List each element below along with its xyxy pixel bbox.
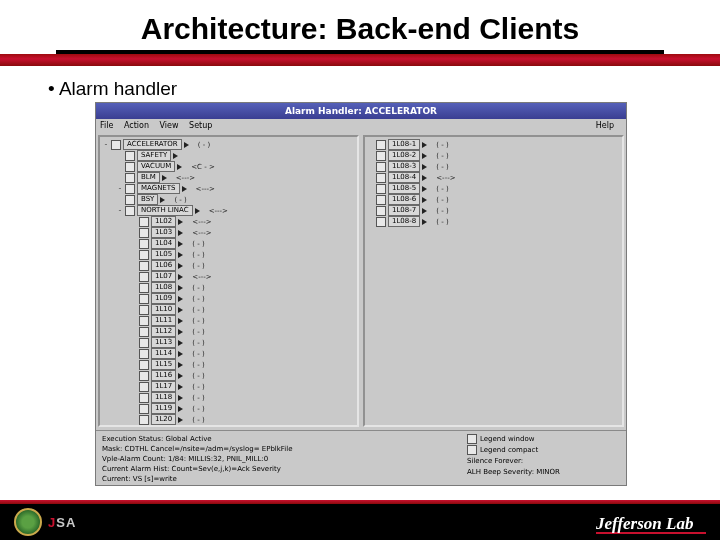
tree-row[interactable]: 1L19( - ) [131, 403, 354, 414]
ack-checkbox[interactable] [139, 393, 149, 403]
node-label[interactable]: 1L14 [151, 348, 176, 359]
tree-row[interactable]: 1L03<---> [131, 227, 354, 238]
tree-row[interactable]: -MAGNETS<---> [117, 183, 354, 194]
ack-checkbox[interactable] [376, 184, 386, 194]
ack-checkbox[interactable] [139, 228, 149, 238]
node-label[interactable]: 1L05 [151, 249, 176, 260]
node-label[interactable]: 1L16 [151, 370, 176, 381]
tree-row[interactable]: 1L14( - ) [131, 348, 354, 359]
tree-row[interactable]: 1L02<---> [131, 216, 354, 227]
node-label[interactable]: 1L08 [151, 282, 176, 293]
ack-checkbox[interactable] [139, 349, 149, 359]
ack-checkbox[interactable] [376, 162, 386, 172]
node-label[interactable]: 1L11 [151, 315, 176, 326]
node-label[interactable]: 1L08-1 [388, 139, 420, 150]
tree-row[interactable]: 1L10( - ) [131, 304, 354, 315]
ack-checkbox[interactable] [139, 360, 149, 370]
expand-toggle[interactable]: - [117, 184, 123, 193]
ack-checkbox[interactable] [139, 261, 149, 271]
legend-compact-checkbox[interactable] [467, 445, 477, 455]
node-label[interactable]: SOUTH LINAC [137, 425, 193, 427]
tree-row[interactable]: 1L20( - ) [131, 414, 354, 425]
node-label[interactable]: VACUUM [137, 161, 175, 172]
tree-row[interactable]: 1L16( - ) [131, 370, 354, 381]
ack-checkbox[interactable] [139, 283, 149, 293]
node-label[interactable]: 1L18 [151, 392, 176, 403]
ack-checkbox[interactable] [139, 294, 149, 304]
node-label[interactable]: 1L08-7 [388, 205, 420, 216]
node-label[interactable]: 1L09 [151, 293, 176, 304]
tree-row[interactable]: 1L17( - ) [131, 381, 354, 392]
tree-row[interactable]: -SOUTH LINAC<---> [117, 425, 354, 427]
tree-row[interactable]: -ACCELERATOR( - ) [103, 139, 354, 150]
node-label[interactable]: 1L08-8 [388, 216, 420, 227]
node-label[interactable]: ACCELERATOR [123, 139, 182, 150]
node-label[interactable]: 1L15 [151, 359, 176, 370]
menu-setup[interactable]: Setup [189, 121, 212, 130]
tree-row[interactable]: VACUUM<C - > [117, 161, 354, 172]
tree-row[interactable]: 1L08-5( - ) [368, 183, 619, 194]
ack-checkbox[interactable] [139, 217, 149, 227]
tree-row[interactable]: 1L12( - ) [131, 326, 354, 337]
legend-window-checkbox[interactable] [467, 434, 477, 444]
tree-row[interactable]: 1L11( - ) [131, 315, 354, 326]
tree-row[interactable]: 1L08-3( - ) [368, 161, 619, 172]
menu-action[interactable]: Action [124, 121, 149, 130]
tree-row[interactable]: 1L08-7( - ) [368, 205, 619, 216]
node-label[interactable]: 1L17 [151, 381, 176, 392]
node-label[interactable]: 1L13 [151, 337, 176, 348]
tree-row[interactable]: BSY( - ) [117, 194, 354, 205]
node-label[interactable]: 1L08-2 [388, 150, 420, 161]
tree-row[interactable]: BLM<---> [117, 172, 354, 183]
menu-help[interactable]: Help [596, 121, 614, 130]
node-label[interactable]: SAFETY [137, 150, 171, 161]
channel-pane[interactable]: 1L08-1( - ) 1L08-2( - ) 1L08-3( - ) 1L08… [363, 135, 624, 427]
ack-checkbox[interactable] [376, 151, 386, 161]
menu-file[interactable]: File [100, 121, 113, 130]
ack-checkbox[interactable] [139, 415, 149, 425]
ack-checkbox[interactable] [125, 173, 135, 183]
tree-row[interactable]: 1L08( - ) [131, 282, 354, 293]
ack-checkbox[interactable] [125, 162, 135, 172]
node-label[interactable]: 1L04 [151, 238, 176, 249]
ack-checkbox[interactable] [139, 316, 149, 326]
ack-checkbox[interactable] [111, 140, 121, 150]
ack-checkbox[interactable] [376, 140, 386, 150]
node-label[interactable]: 1L08-4 [388, 172, 420, 183]
ack-checkbox[interactable] [376, 195, 386, 205]
ack-checkbox[interactable] [139, 327, 149, 337]
ack-checkbox[interactable] [125, 206, 135, 216]
node-label[interactable]: 1L06 [151, 260, 176, 271]
expand-toggle[interactable]: - [117, 426, 123, 427]
ack-checkbox[interactable] [376, 217, 386, 227]
tree-pane[interactable]: -ACCELERATOR( - ) SAFETY VACUUM<C - > BL… [98, 135, 359, 427]
tree-row[interactable]: 1L08-4<---> [368, 172, 619, 183]
ack-checkbox[interactable] [125, 195, 135, 205]
ack-checkbox[interactable] [139, 382, 149, 392]
node-label[interactable]: 1L03 [151, 227, 176, 238]
ack-checkbox[interactable] [139, 338, 149, 348]
tree-row[interactable]: 1L04( - ) [131, 238, 354, 249]
node-label[interactable]: 1L07 [151, 271, 176, 282]
tree-row[interactable]: SAFETY [117, 150, 354, 161]
tree-row[interactable]: 1L18( - ) [131, 392, 354, 403]
tree-row[interactable]: 1L09( - ) [131, 293, 354, 304]
ack-checkbox[interactable] [125, 184, 135, 194]
ack-checkbox[interactable] [139, 239, 149, 249]
ack-checkbox[interactable] [376, 206, 386, 216]
ack-checkbox[interactable] [139, 305, 149, 315]
ack-checkbox[interactable] [139, 404, 149, 414]
expand-toggle[interactable]: - [117, 206, 123, 215]
node-label[interactable]: MAGNETS [137, 183, 180, 194]
ack-checkbox[interactable] [139, 272, 149, 282]
ack-checkbox[interactable] [139, 371, 149, 381]
tree-row[interactable]: 1L08-2( - ) [368, 150, 619, 161]
tree-row[interactable]: 1L15( - ) [131, 359, 354, 370]
node-label[interactable]: NORTH LINAC [137, 205, 193, 216]
tree-row[interactable]: 1L06( - ) [131, 260, 354, 271]
tree-row[interactable]: 1L08-1( - ) [368, 139, 619, 150]
node-label[interactable]: 1L12 [151, 326, 176, 337]
tree-row[interactable]: 1L08-6( - ) [368, 194, 619, 205]
node-label[interactable]: 1L08-5 [388, 183, 420, 194]
ack-checkbox[interactable] [125, 151, 135, 161]
